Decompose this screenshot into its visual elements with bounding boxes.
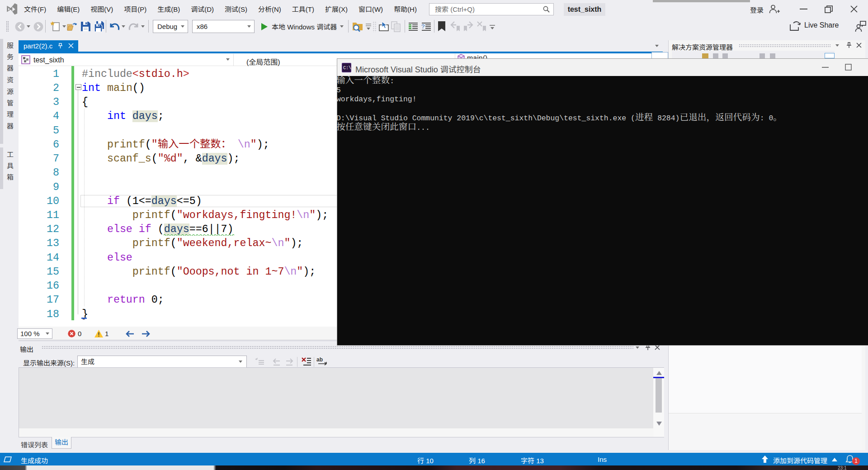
svg-text:C:\: C:\ bbox=[343, 66, 351, 71]
svg-text:ab: ab bbox=[316, 356, 323, 363]
svg-text:?: ? bbox=[421, 23, 425, 30]
